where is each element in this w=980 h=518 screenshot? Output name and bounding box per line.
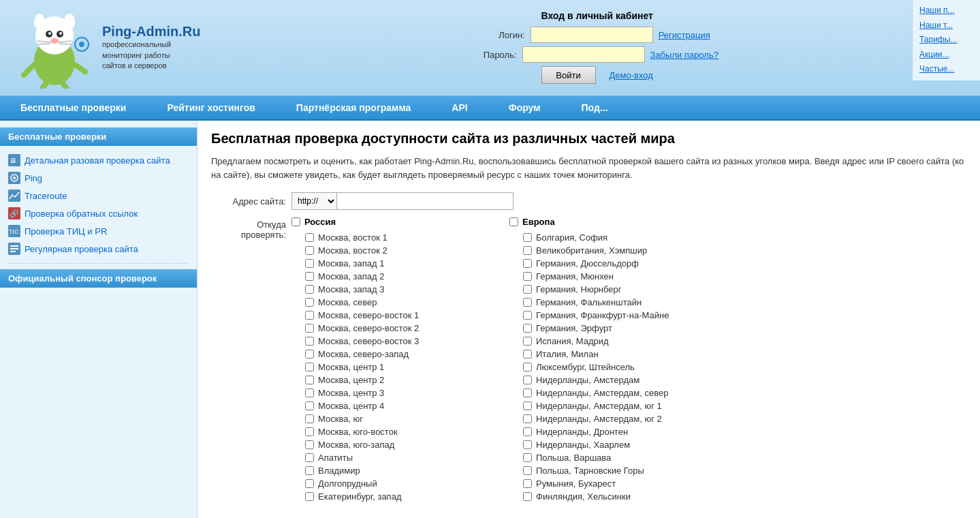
sidebar-sponsor: Официальный спонсор проверок (0, 269, 197, 288)
nav-item-free-checks[interactable]: Бесплатные проверки (0, 95, 146, 120)
svg-point-2 (34, 14, 45, 30)
russia-group-checkbox[interactable] (291, 217, 300, 226)
check-moscow-sw: Москва, юго-запад (291, 438, 482, 451)
logo-area: Ping-Admin.Ru профессиональный мониторин… (0, 7, 214, 89)
sidebar-item-traceroute[interactable]: Traceroute (0, 187, 197, 204)
svg-line-14 (75, 65, 85, 72)
protocol-select[interactable]: http:// https:// (291, 192, 336, 210)
check-romania-bucharest: Румыния, Бухарест (509, 477, 700, 490)
sidebar-item-tic[interactable]: TIC Проверка ТИЦ и PR (0, 222, 197, 240)
password-label: Пароль: (476, 50, 517, 60)
check-dolgoprudny: Долгопрудный (291, 477, 482, 490)
check-spain-madrid: Испания, Мадрид (509, 335, 700, 348)
check-moscow-nw: Москва, северо-запад (291, 348, 482, 361)
login-title: Вход в личный кабинет (214, 10, 980, 21)
check-netherlands-dronten: Нидерланды, Дронтен (509, 425, 700, 438)
traceroute-link[interactable]: Traceroute (25, 191, 67, 201)
from-label: Откуда проверять: (211, 217, 286, 240)
check-poland-warsaw: Польша, Варшава (509, 451, 700, 464)
sidebar-item-regular[interactable]: Регулярная проверка сайта (0, 240, 197, 258)
check-ekaterinburg-west: Екатеринбург, запад (291, 490, 482, 503)
svg-text:TIC: TIC (9, 228, 19, 235)
check-germany-frankfurt: Германия, Франкфурт-на-Майне (509, 309, 700, 322)
nav-item-more[interactable]: Под... (561, 95, 629, 120)
login-label: Логин: (484, 30, 525, 40)
russia-column: Россия Москва, восток 1 Москва, восток 2… (291, 217, 482, 503)
right-link-3[interactable]: Тарифы... (919, 33, 973, 48)
check-finland-helsinki: Финляндия, Хельсинки (509, 490, 700, 503)
europe-column: Европа Болгария, София Великобритания, Х… (509, 217, 700, 503)
check-moscow-east2: Москва, восток 2 (291, 244, 482, 257)
site-subtitle: профессиональный мониторинг работы сайто… (102, 40, 191, 71)
check-moscow-south: Москва, юг (291, 412, 482, 425)
login-form: Вход в личный кабинет Логин: Регистрация… (214, 7, 980, 84)
svg-text:🔗: 🔗 (10, 209, 19, 218)
svg-point-18 (79, 42, 84, 47)
sidebar: Бесплатные проверки 🖥 Детальная разовая … (0, 121, 197, 518)
check-uk-hampshire: Великобритания, Хэмпшир (509, 244, 700, 257)
login-button[interactable]: Войти (541, 66, 596, 84)
sidebar-item-backlinks[interactable]: 🔗 Проверка обратных ссылок (0, 204, 197, 222)
right-link-2[interactable]: Наши т... (919, 18, 973, 33)
login-row: Логин: Регистрация (214, 27, 980, 43)
header: Ping-Admin.Ru профессиональный мониторин… (0, 0, 980, 96)
right-links-panel: Наши п... Наши т... Тарифы... Акции... Ч… (912, 0, 980, 80)
address-label: Адрес сайта: (211, 196, 286, 207)
check-moscow-center4: Москва, центр 4 (291, 399, 482, 412)
check-moscow-ne1: Москва, северо-восток 1 (291, 309, 482, 322)
check-netherlands-amsterdam: Нидерланды, Амстердам (509, 374, 700, 386)
svg-line-15 (42, 83, 46, 89)
password-input[interactable] (522, 46, 645, 63)
sidebar-item-detailed[interactable]: 🖥 Детальная разовая проверка сайта (0, 151, 197, 169)
nav-item-api[interactable]: API (431, 95, 488, 120)
europe-group-checkbox[interactable] (509, 217, 518, 226)
right-link-4[interactable]: Акции... (919, 48, 973, 63)
check-moscow-west3: Москва, запад 3 (291, 283, 482, 296)
check-moscow-ne3: Москва, северо-восток 3 (291, 335, 482, 348)
logo-mascot (14, 7, 95, 89)
svg-point-6 (48, 32, 51, 35)
check-netherlands-amsterdam-south1: Нидерланды, Амстердам, юг 1 (509, 399, 700, 412)
nav-item-forum[interactable]: Форум (488, 95, 561, 120)
demo-link[interactable]: Демо-вход (610, 70, 653, 80)
nav-item-hosting-rating[interactable]: Рейтинг хостингов (146, 95, 275, 120)
ping-icon (8, 172, 20, 184)
check-germany-munich: Германия, Мюнхен (509, 270, 700, 283)
detailed-check-link[interactable]: Детальная разовая проверка сайта (25, 155, 170, 166)
login-btn-row: Войти Демо-вход (214, 66, 980, 84)
regular-check-link[interactable]: Регулярная проверка сайта (25, 244, 138, 254)
backlinks-icon: 🔗 (8, 207, 20, 219)
forgot-link[interactable]: Забыли пароль? (650, 50, 718, 60)
regular-check-icon (8, 243, 20, 255)
check-moscow-north: Москва, север (291, 296, 482, 309)
login-input[interactable] (531, 27, 653, 43)
tic-link[interactable]: Проверка ТИЦ и PR (25, 226, 107, 237)
russia-group-header: Россия (291, 217, 482, 227)
right-link-5[interactable]: Частые... (919, 62, 973, 77)
svg-rect-31 (10, 248, 18, 249)
ping-link[interactable]: Ping (25, 173, 42, 183)
check-moscow-east1: Москва, восток 1 (291, 231, 482, 244)
backlinks-link[interactable]: Проверка обратных ссылок (25, 209, 138, 219)
right-link-1[interactable]: Наши п... (919, 3, 973, 18)
main-nav: Бесплатные проверки Рейтинг хостингов Па… (0, 96, 980, 121)
check-moscow-center3: Москва, центр 3 (291, 386, 482, 399)
password-row: Пароль: Забыли пароль? (214, 46, 980, 63)
register-link[interactable]: Регистрация (659, 30, 710, 40)
nav-item-partner[interactable]: Партнёрская программа (276, 95, 432, 120)
check-moscow-west2: Москва, запад 2 (291, 270, 482, 283)
sidebar-item-ping[interactable]: Ping (0, 169, 197, 187)
check-form: Адрес сайта: http:// https:// Откуда про… (211, 192, 966, 503)
svg-point-23 (13, 177, 16, 179)
svg-point-7 (59, 32, 62, 35)
content-area: Бесплатные проверки 🖥 Детальная разовая … (0, 121, 980, 518)
sidebar-header: Бесплатные проверки (0, 127, 197, 146)
address-row: Адрес сайта: http:// https:// (211, 192, 966, 210)
main-content: Бесплатная проверка доступности сайта из… (197, 121, 980, 518)
check-poland-tarnowskie: Польша, Тарновские Горы (509, 464, 700, 477)
url-input[interactable] (336, 192, 513, 210)
check-netherlands-amsterdam-north: Нидерланды, Амстердам, север (509, 386, 700, 399)
check-italy-milan: Италия, Милан (509, 348, 700, 361)
check-moscow-west1: Москва, запад 1 (291, 257, 482, 270)
svg-point-8 (50, 38, 59, 44)
